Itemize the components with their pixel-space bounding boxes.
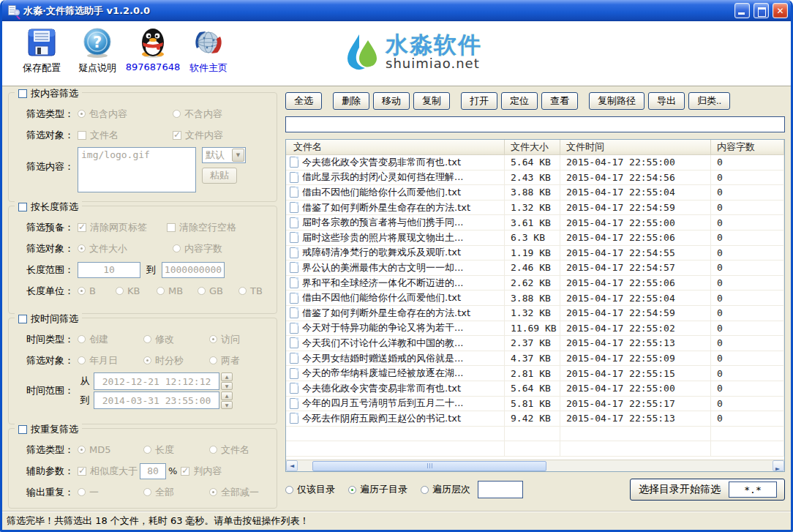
time-from-input[interactable]: [94, 372, 219, 390]
status-bar: 筛选完毕！共筛选出 18 个文件，耗时 63 毫秒。请单击按钮操作列表！: [2, 511, 791, 530]
homepage-button[interactable]: 软件主页: [181, 26, 236, 75]
table-row[interactable]: 借由不因他们能给你什么而爱他们.txt 3.88 KB 2015-04-17 2…: [286, 291, 784, 306]
depth-input[interactable]: [478, 481, 523, 498]
radio-this-dir-only[interactable]: 仅该目录: [285, 483, 335, 496]
maximize-button[interactable]: [753, 3, 769, 18]
preset-dropdown[interactable]: 默认 ▼: [202, 147, 246, 163]
radio-time-accessed[interactable]: 访问: [209, 333, 240, 346]
move-button[interactable]: 移动: [373, 92, 410, 110]
qq-contact-button[interactable]: 897687648: [125, 26, 181, 72]
scroll-right-arrow-icon[interactable]: ►: [773, 460, 784, 471]
table-row[interactable]: 界和平和全球经济一体化不断迈进的... 2.62 KB 2015-04-17 2…: [286, 276, 784, 291]
scroll-left-arrow-icon[interactable]: ◄: [286, 460, 298, 471]
table-row[interactable]: 今天对于特异功能的争论又将为若干... 11.69 KB 2015-04-17 …: [286, 321, 784, 337]
dup-aux-label: 辅助参数：: [15, 465, 78, 478]
similarity-input[interactable]: [140, 463, 166, 479]
radio-md5[interactable]: MD5: [78, 444, 143, 455]
open-button[interactable]: 打开: [461, 92, 497, 110]
table-row[interactable]: 今夫德化政令灾眚变易非常而有也.txt 5.64 KB 2015-04-17 2…: [286, 155, 784, 171]
help-button[interactable]: ? 疑点说明: [69, 26, 125, 75]
radio-unit-b[interactable]: B: [78, 285, 116, 296]
length-min-input[interactable]: [78, 262, 140, 278]
radio-unit-gb[interactable]: GB: [198, 285, 238, 296]
column-header-filesize[interactable]: 文件大小: [505, 140, 560, 154]
table-row[interactable]: 今天我们不讨论什么洋教和中国的教... 2.37 KB 2015-04-17 2…: [286, 336, 784, 351]
file-pattern-input[interactable]: [729, 482, 777, 498]
checkbox-strip-html[interactable]: 清除网页标签: [78, 221, 167, 234]
result-filter-input[interactable]: [285, 116, 785, 132]
start-filter-button[interactable]: 选择目录开始筛选: [630, 479, 785, 501]
classify-button[interactable]: 归类..: [688, 92, 730, 110]
radio-recurse-depth[interactable]: 遍历层次: [421, 483, 470, 496]
table-row[interactable]: [286, 427, 784, 442]
radio-exclude-content[interactable]: 不含内容: [173, 108, 222, 121]
table-row[interactable]: 今夫德化政令灾眚变易非常而有也.txt 5.64 KB 2015-04-17 2…: [286, 381, 784, 397]
radio-charcount[interactable]: 内容字数: [173, 242, 222, 255]
radio-include-content[interactable]: 包含内容: [78, 108, 173, 121]
table-row[interactable]: 今天的帝华纳科废墟已经被放逐在湖... 2.81 KB 2015-04-17 2…: [286, 366, 784, 381]
locate-button[interactable]: 定位: [501, 92, 538, 110]
close-button[interactable]: ✕: [773, 3, 788, 18]
radio-time-modified[interactable]: 修改: [143, 333, 209, 346]
radio-hms[interactable]: 时分秒: [143, 354, 209, 367]
table-row[interactable]: 借此显示我的封闭心灵如何挡在理解... 2.43 KB 2015-04-17 2…: [286, 171, 784, 186]
checkbox-filename[interactable]: 文件名: [78, 129, 173, 142]
radio-ymd[interactable]: 年月日: [78, 354, 143, 367]
scrollbar-thumb[interactable]: [312, 461, 546, 471]
radio-dup-filename[interactable]: 文件名: [209, 443, 249, 457]
checkbox-strip-blank[interactable]: 清除空行空格: [167, 221, 236, 234]
length-max-input[interactable]: [162, 262, 225, 278]
table-row[interactable]: [286, 441, 784, 457]
checkbox-filecontent[interactable]: 文件内容: [173, 129, 223, 142]
save-config-button[interactable]: 保存配置: [14, 26, 69, 75]
radio-unit-mb[interactable]: MB: [157, 285, 198, 296]
table-row[interactable]: 借鉴了如何判断外星生命存在的方法.txt 1.32 KB 2015-04-17 …: [286, 306, 784, 321]
view-button[interactable]: 查看: [541, 92, 578, 110]
titlebar[interactable]: 水淼·文件筛选助手 v1.2.0.0 ✕: [2, 0, 791, 21]
dup-filter-checkbox[interactable]: [18, 425, 27, 434]
column-header-charcount[interactable]: 内容字数: [711, 140, 784, 154]
checkbox-judge-content[interactable]: 判内容: [181, 465, 222, 478]
radio-output-one[interactable]: 一: [78, 486, 143, 499]
table-row[interactable]: 借由不因他们能给你什么而爱他们.txt 3.88 KB 2015-04-17 2…: [286, 185, 784, 201]
table-row[interactable]: 今天男女结婚时赠送婚戒的风俗就是... 4.37 KB 2015-04-17 2…: [286, 351, 784, 367]
window-title: 水淼·文件筛选助手 v1.2.0.0: [23, 4, 731, 18]
table-row[interactable]: 届时各宗教的预言者将与他们携手同... 3.61 KB 2015-04-17 2…: [286, 215, 784, 231]
paste-button[interactable]: 粘贴: [202, 168, 237, 184]
time-filter-checkbox[interactable]: [18, 315, 27, 323]
radio-time-created[interactable]: 创建: [78, 333, 143, 346]
minimize-button[interactable]: [734, 3, 750, 18]
copy-path-button[interactable]: 复制路径: [589, 92, 644, 110]
table-row[interactable]: 界公认的美洲最伟大的古文明一一却... 2.46 KB 2015-04-17 2…: [286, 261, 784, 276]
radio-output-all-minus-one[interactable]: 全部减一: [209, 486, 259, 499]
length-prep-label: 筛选预备：: [15, 221, 78, 234]
radio-recurse-subdirs[interactable]: 遍历子目录: [348, 483, 407, 496]
radio-output-all[interactable]: 全部: [143, 486, 209, 499]
select-all-button[interactable]: 全选: [285, 92, 322, 110]
delete-button[interactable]: 删除: [333, 92, 369, 110]
column-header-filetime[interactable]: 文件时间: [560, 140, 711, 154]
table-row[interactable]: 戒障碍清净梵行的歌舞戏乐及观听.txt 1.19 KB 2015-04-17 2…: [286, 246, 784, 261]
copy-button[interactable]: 复制: [413, 92, 450, 110]
time-to-spinner[interactable]: ▲▼: [221, 391, 233, 409]
content-value-textarea[interactable]: img/logo.gif: [78, 147, 196, 192]
content-filter-checkbox[interactable]: [18, 89, 27, 98]
table-row[interactable]: 今年的四月五号清明节后到五月二十... 5.81 KB 2015-04-17 2…: [286, 397, 784, 412]
column-header-filename[interactable]: 文件名: [286, 140, 505, 154]
radio-both[interactable]: 两者: [209, 354, 240, 367]
file-icon: [290, 293, 298, 304]
radio-unit-kb[interactable]: KB: [116, 285, 157, 296]
time-to-input[interactable]: [94, 391, 219, 409]
file-icon: [290, 323, 298, 334]
table-row[interactable]: 今死去作阴府五殿阎王赵公的书记.txt 9.42 KB 2015-04-17 2…: [286, 411, 784, 427]
length-filter-checkbox[interactable]: [18, 203, 27, 211]
radio-unit-tb[interactable]: TB: [238, 285, 263, 296]
checkbox-similarity[interactable]: 相似度大于: [78, 465, 138, 478]
table-row[interactable]: 届时这些珍贵的照片将展现文物出土... 6.3 KB 2015-04-17 22…: [286, 231, 784, 246]
radio-length[interactable]: 长度: [143, 443, 209, 457]
radio-filesize[interactable]: 文件大小: [78, 242, 173, 255]
time-from-spinner[interactable]: ▲▼: [221, 372, 233, 390]
table-row[interactable]: 借鉴了如何判断外星生命存在的方法.txt 1.32 KB 2015-04-17 …: [286, 201, 784, 216]
export-button[interactable]: 导出: [648, 92, 685, 110]
horizontal-scrollbar[interactable]: ◄ ►: [286, 460, 784, 471]
